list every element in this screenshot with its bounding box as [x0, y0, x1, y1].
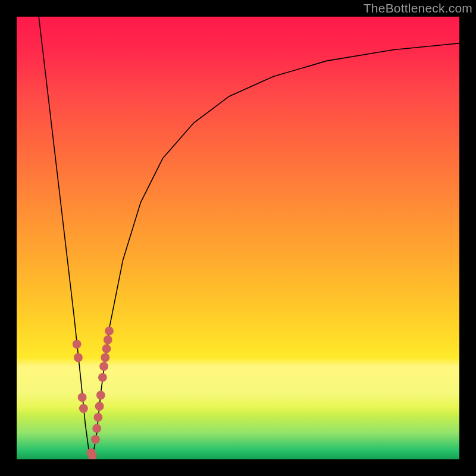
chart-frame: TheBottleneck.com	[0, 0, 476, 476]
highlight-dot	[98, 373, 107, 382]
highlight-dot	[99, 362, 108, 371]
highlight-dot	[79, 404, 88, 413]
highlight-dot	[101, 353, 109, 362]
highlight-dot	[73, 340, 82, 349]
watermark-text: TheBottleneck.com	[364, 1, 472, 15]
highlight-dot	[105, 327, 114, 336]
highlight-dot	[95, 402, 104, 411]
highlight-dot	[88, 452, 97, 459]
plot-area	[17, 17, 459, 459]
highlight-dot	[102, 345, 111, 353]
highlight-dot	[93, 413, 102, 422]
highlight-dot	[96, 391, 105, 400]
highlight-dot	[104, 336, 112, 345]
highlight-dot	[92, 424, 101, 433]
highlight-dot	[78, 393, 87, 402]
highlight-dots	[73, 327, 114, 459]
chart-svg	[17, 17, 459, 459]
highlight-dot	[74, 353, 83, 362]
highlight-dot	[91, 435, 100, 444]
